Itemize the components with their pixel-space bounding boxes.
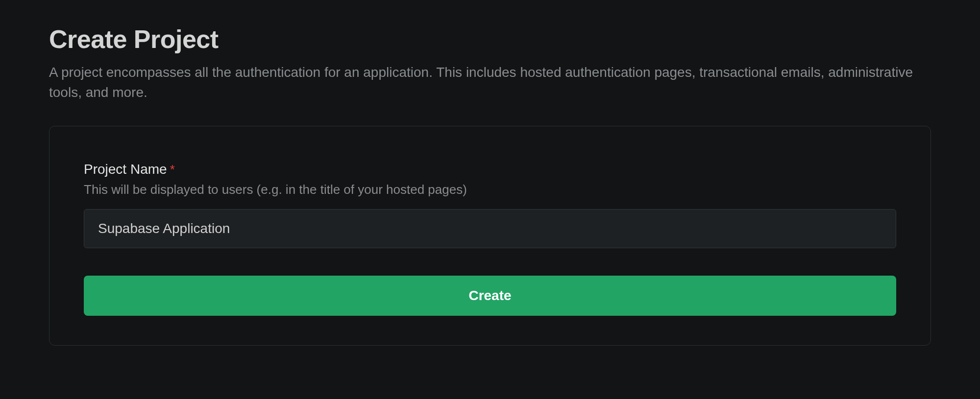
project-name-helper: This will be displayed to users (e.g. in… [84,182,896,197]
project-name-label-row: Project Name * [84,162,896,177]
create-project-form-card: Project Name * This will be displayed to… [49,126,931,346]
project-name-input[interactable] [84,209,896,248]
required-asterisk-icon: * [170,162,175,177]
create-button[interactable]: Create [84,276,896,316]
page-title: Create Project [49,24,931,54]
project-name-label: Project Name [84,162,167,177]
page-description: A project encompasses all the authentica… [49,63,931,102]
